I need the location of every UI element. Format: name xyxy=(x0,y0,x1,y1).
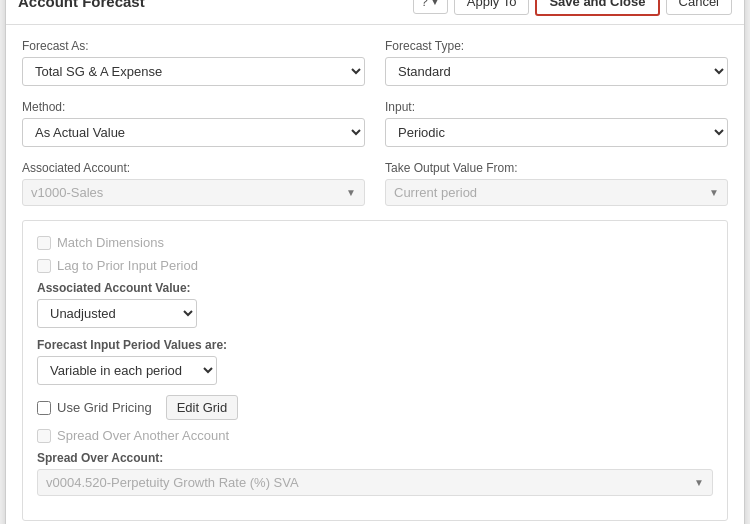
help-dropdown-icon: ▼ xyxy=(430,0,440,7)
assoc-account-value-select[interactable]: Unadjusted xyxy=(37,299,197,328)
forecast-input-period-select[interactable]: Variable in each period xyxy=(37,356,217,385)
account-forecast-dialog: Account Forecast ? ▼ Apply To Save and C… xyxy=(5,0,745,524)
spread-over-chevron: ▼ xyxy=(694,477,704,488)
match-dimensions-row: Match Dimensions xyxy=(37,235,713,250)
dialog-title: Account Forecast xyxy=(18,0,145,10)
forecast-as-group: Forecast As: Total SG & A Expense xyxy=(22,39,365,86)
options-section: Match Dimensions Lag to Prior Input Peri… xyxy=(22,220,728,521)
cancel-button[interactable]: Cancel xyxy=(666,0,732,15)
forecast-as-label: Forecast As: xyxy=(22,39,365,53)
spread-over-account-label: Spread Over Account: xyxy=(37,451,713,465)
row-forecast-as-type: Forecast As: Total SG & A Expense Foreca… xyxy=(22,39,728,86)
use-grid-pricing-row: Use Grid Pricing Edit Grid xyxy=(37,395,713,420)
associated-account-label: Associated Account: xyxy=(22,161,365,175)
method-group: Method: As Actual Value xyxy=(22,100,365,147)
dialog-body: Forecast As: Total SG & A Expense Foreca… xyxy=(6,25,744,524)
associated-account-group: Associated Account: v1000-Sales ▼ xyxy=(22,161,365,206)
assoc-account-value-group: Associated Account Value: Unadjusted xyxy=(37,281,713,328)
use-grid-pricing-label: Use Grid Pricing xyxy=(57,400,152,415)
take-output-group: Take Output Value From: Current period ▼ xyxy=(385,161,728,206)
dialog-header: Account Forecast ? ▼ Apply To Save and C… xyxy=(6,0,744,25)
forecast-type-label: Forecast Type: xyxy=(385,39,728,53)
assoc-account-value-label: Associated Account Value: xyxy=(37,281,713,295)
spread-over-account-group: Spread Over Account: v0004.520-Perpetuit… xyxy=(37,451,713,496)
method-label: Method: xyxy=(22,100,365,114)
apply-to-button[interactable]: Apply To xyxy=(454,0,530,15)
spread-over-account-value: v0004.520-Perpetuity Growth Rate (%) SVA… xyxy=(37,469,713,496)
lag-prior-checkbox[interactable] xyxy=(37,259,51,273)
match-dimensions-label: Match Dimensions xyxy=(57,235,164,250)
help-button[interactable]: ? ▼ xyxy=(413,0,448,14)
take-output-chevron: ▼ xyxy=(709,187,719,198)
header-actions: ? ▼ Apply To Save and Close Cancel xyxy=(413,0,732,16)
take-output-label: Take Output Value From: xyxy=(385,161,728,175)
input-group: Input: Periodic xyxy=(385,100,728,147)
input-select[interactable]: Periodic xyxy=(385,118,728,147)
spread-over-row: Spread Over Another Account xyxy=(37,428,713,443)
associated-account-chevron: ▼ xyxy=(346,187,356,198)
lag-prior-row: Lag to Prior Input Period xyxy=(37,258,713,273)
edit-grid-button[interactable]: Edit Grid xyxy=(166,395,239,420)
forecast-input-period-label: Forecast Input Period Values are: xyxy=(37,338,713,352)
lag-prior-label: Lag to Prior Input Period xyxy=(57,258,198,273)
row-associated-output: Associated Account: v1000-Sales ▼ Take O… xyxy=(22,161,728,206)
help-icon: ? xyxy=(421,0,428,9)
use-grid-pricing-checkbox[interactable] xyxy=(37,401,51,415)
forecast-type-group: Forecast Type: Standard xyxy=(385,39,728,86)
take-output-value: Current period ▼ xyxy=(385,179,728,206)
method-select[interactable]: As Actual Value xyxy=(22,118,365,147)
forecast-as-select[interactable]: Total SG & A Expense xyxy=(22,57,365,86)
spread-over-label: Spread Over Another Account xyxy=(57,428,229,443)
forecast-type-select[interactable]: Standard xyxy=(385,57,728,86)
save-close-button[interactable]: Save and Close xyxy=(535,0,659,16)
row-method-input: Method: As Actual Value Input: Periodic xyxy=(22,100,728,147)
input-label: Input: xyxy=(385,100,728,114)
forecast-input-period-group: Forecast Input Period Values are: Variab… xyxy=(37,338,713,385)
spread-over-checkbox[interactable] xyxy=(37,429,51,443)
match-dimensions-checkbox[interactable] xyxy=(37,236,51,250)
associated-account-value: v1000-Sales ▼ xyxy=(22,179,365,206)
